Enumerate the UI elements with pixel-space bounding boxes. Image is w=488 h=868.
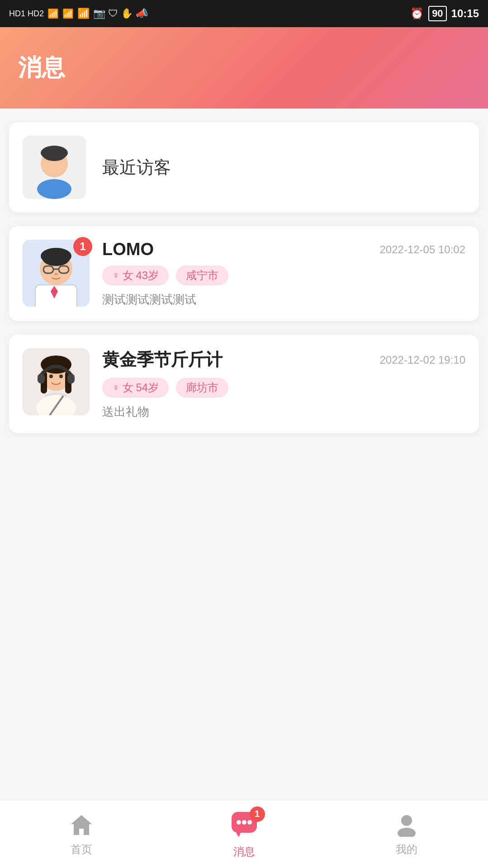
nav-mine-label: 我的	[396, 842, 417, 857]
huangjin-preview: 送出礼物	[102, 404, 465, 420]
lomo-name: LOMO	[102, 240, 154, 259]
lomo-badge: 1	[73, 237, 92, 256]
header: 消息	[0, 27, 488, 109]
signal-4g-1: 📶	[47, 8, 59, 19]
visitors-avatar	[23, 136, 86, 199]
home-icon	[69, 812, 94, 837]
wifi-icon: 📶	[77, 8, 90, 19]
visitors-avatar-svg	[23, 136, 86, 199]
page-title: 消息	[18, 52, 65, 84]
visitors-title: 最近访客	[102, 156, 171, 179]
huangjin-info: 黄金季节斤斤计 2022-12-02 19:10 ♀ 女 54岁 廊坊市 送出礼…	[102, 348, 465, 420]
lomo-city-tag: 咸宁市	[176, 266, 228, 285]
female-icon-2: ♀	[112, 382, 120, 394]
svg-rect-23	[67, 374, 75, 384]
message-card-huangjin[interactable]: 黄金季节斤斤计 2022-12-02 19:10 ♀ 女 54岁 廊坊市 送出礼…	[9, 335, 479, 433]
huangjin-avatar	[23, 348, 90, 415]
huangjin-tags: ♀ 女 54岁 廊坊市	[102, 378, 465, 398]
svg-rect-22	[38, 374, 45, 384]
huangjin-name: 黄金季节斤斤计	[102, 348, 223, 371]
alarm-icon: ⏰	[410, 7, 424, 20]
status-bar-left: HD1 HD2 📶 📶 📶 📷 🛡 ✋ 📣	[9, 8, 148, 19]
huangjin-city-tag: 廊坊市	[176, 378, 228, 398]
signal-4g-2: 📶	[62, 8, 74, 19]
chat-icon-wrap: 1	[230, 810, 259, 841]
svg-point-1	[37, 179, 71, 199]
clock: 10:15	[451, 7, 479, 20]
nav-messages-badge: 1	[250, 806, 265, 822]
svg-point-33	[398, 828, 416, 837]
female-icon: ♀	[112, 270, 120, 281]
svg-point-14	[54, 273, 58, 275]
person-icon	[394, 812, 419, 837]
lomo-tags: ♀ 女 43岁 咸宁市	[102, 266, 465, 285]
svg-rect-6	[35, 285, 77, 307]
svg-marker-31	[236, 833, 241, 837]
nav-item-mine[interactable]: 我的	[325, 812, 488, 857]
huangjin-avatar-svg	[23, 348, 90, 415]
svg-point-24	[49, 375, 53, 378]
lomo-preview: 测试测试测试测试	[102, 292, 465, 308]
nav-messages-label: 消息	[233, 844, 255, 859]
lomo-gender-tag: ♀ 女 43岁	[102, 266, 169, 285]
svg-point-4	[43, 148, 66, 161]
svg-point-28	[237, 820, 241, 825]
message-card-lomo[interactable]: 1 LOMO 2022-12-05 10:02 ♀ 女 43岁 咸宁市	[9, 226, 479, 321]
svg-marker-26	[71, 815, 92, 835]
main-content: 最近访客	[0, 109, 488, 800]
svg-point-25	[59, 375, 63, 378]
status-bar-right: ⏰ 90 10:15	[410, 6, 479, 21]
carrier-info: HD1 HD2	[9, 9, 44, 19]
svg-point-30	[247, 820, 252, 825]
svg-point-10	[43, 251, 70, 266]
lomo-info: LOMO 2022-12-05 10:02 ♀ 女 43岁 咸宁市 测试测试测试…	[102, 240, 465, 308]
nav-item-home[interactable]: 首页	[0, 812, 163, 857]
status-bar: HD1 HD2 📶 📶 📶 📷 🛡 ✋ 📣 ⏰ 90 10:15	[0, 0, 488, 27]
nav-item-messages[interactable]: 1 消息	[163, 810, 326, 859]
visitors-card[interactable]: 最近访客	[9, 122, 479, 213]
home-icon-wrap	[69, 812, 94, 839]
lomo-time: 2022-12-05 10:02	[380, 243, 466, 256]
app-icons: 📷 🛡 ✋ 📣	[93, 8, 148, 19]
svg-point-32	[401, 815, 412, 826]
huangjin-gender-tag: ♀ 女 54岁	[102, 378, 169, 398]
bottom-nav: 首页 1 消息 我的	[0, 800, 488, 868]
svg-point-29	[242, 820, 246, 825]
battery-icon: 90	[428, 6, 446, 21]
person-icon-wrap	[394, 812, 419, 839]
nav-home-label: 首页	[71, 842, 92, 857]
huangjin-time: 2022-12-02 19:10	[380, 354, 466, 366]
